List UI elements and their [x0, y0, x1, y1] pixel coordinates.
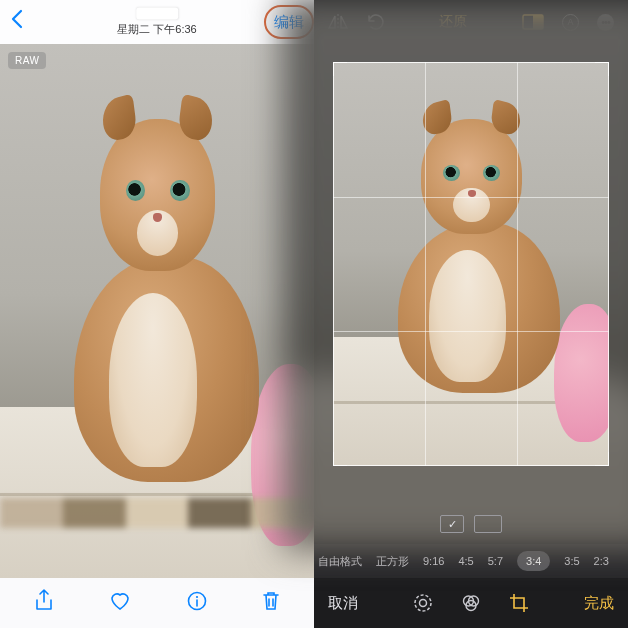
crop-handle-tl[interactable]: [333, 62, 347, 76]
svg-point-1: [196, 595, 198, 597]
ratio-3-5[interactable]: 3:5: [564, 555, 579, 567]
grid-line: [333, 197, 609, 198]
svg-point-4: [415, 595, 431, 611]
adjust-icon[interactable]: [413, 593, 433, 613]
ratio-square[interactable]: 正方形: [376, 554, 409, 569]
ratio-3-4[interactable]: 3:4: [517, 551, 550, 571]
grid-line: [517, 62, 518, 466]
thumbnail-strip[interactable]: [0, 498, 314, 528]
photo-timestamp: 星期二 下午6:36: [117, 22, 196, 37]
favorite-icon[interactable]: [109, 591, 131, 616]
grid-line: [333, 331, 609, 332]
landscape-orientation-button[interactable]: [474, 515, 502, 533]
back-icon[interactable]: [10, 9, 24, 35]
ratio-4-5[interactable]: 4:5: [458, 555, 473, 567]
photo-viewport[interactable]: [0, 44, 314, 578]
ratio-freeform[interactable]: 自由格式: [318, 554, 362, 569]
filters-icon[interactable]: [461, 593, 481, 613]
viewer-top-bar: 星期二 下午6:36 编辑: [0, 0, 314, 44]
viewer-bottom-toolbar: [0, 578, 314, 628]
grid-line: [425, 62, 426, 466]
portrait-orientation-button[interactable]: [440, 515, 464, 533]
edit-mode-tools: [413, 593, 529, 613]
raw-badge: RAW: [8, 52, 46, 69]
cancel-button[interactable]: 取消: [328, 594, 358, 613]
crop-handle-tr[interactable]: [595, 62, 609, 76]
ratio-5-7[interactable]: 5:7: [488, 555, 503, 567]
trash-icon[interactable]: [262, 590, 280, 617]
svg-point-5: [420, 600, 427, 607]
ratio-2-3[interactable]: 2:3: [594, 555, 609, 567]
crop-handle-br[interactable]: [595, 452, 609, 466]
ratio-9-16[interactable]: 9:16: [423, 555, 444, 567]
crop-icon[interactable]: [509, 593, 529, 613]
crop-handle-bl[interactable]: [333, 452, 347, 466]
photo-viewer-pane: 星期二 下午6:36 编辑 RAW: [0, 0, 314, 628]
done-button[interactable]: 完成: [584, 594, 614, 613]
title-area: 星期二 下午6:36: [117, 8, 196, 37]
share-icon[interactable]: [34, 589, 54, 618]
info-icon[interactable]: [187, 591, 207, 616]
title-chip: [136, 8, 178, 20]
editor-bottom-bar: 取消 完成: [314, 578, 628, 628]
crop-box[interactable]: [333, 62, 609, 466]
photo-editor-pane: 还原 A •••: [314, 0, 628, 628]
crop-content: [333, 62, 609, 466]
editor-canvas: [314, 44, 628, 504]
